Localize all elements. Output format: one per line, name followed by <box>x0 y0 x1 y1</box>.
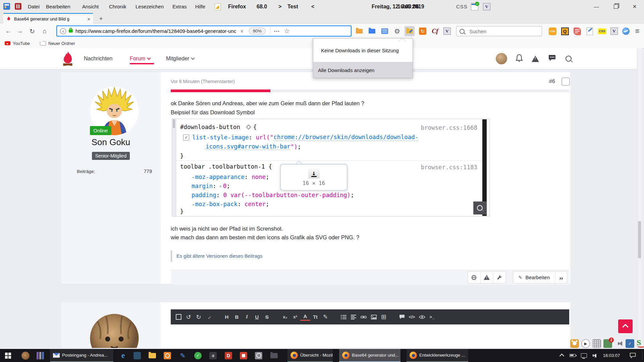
comment-icon[interactable] <box>397 309 407 324</box>
bookmark-youtube[interactable]: ▶ YouTube <box>5 39 30 48</box>
site-info-icon[interactable]: i <box>60 28 66 34</box>
bold-icon[interactable]: B <box>232 309 242 324</box>
restore-button[interactable] <box>608 1 624 12</box>
page-scrollbar-track[interactable] <box>637 48 642 349</box>
taskbar-firefox-button-3[interactable]: Entwicklerwerkzeuge ... <box>407 349 468 362</box>
downloads-button-active[interactable] <box>405 26 415 36</box>
taskbar-firefox-button-1[interactable]: Übersicht - Mozilla Fir... <box>287 349 333 362</box>
highlighter-icon[interactable]: ✎ <box>320 309 330 324</box>
pinned-dog-icon[interactable] <box>19 349 32 362</box>
tab-base64-generator[interactable]: Base64 generator und Bild g × <box>3 13 93 24</box>
tray-expand-chevron[interactable] <box>557 349 567 362</box>
hamburger-menu-icon[interactable]: ≡ <box>632 26 642 36</box>
post-select-checkbox[interactable] <box>561 77 570 86</box>
forum-search-icon[interactable] <box>566 56 572 62</box>
wrench-button[interactable] <box>493 272 506 283</box>
css-yellow-icon[interactable]: CSS <box>597 26 607 36</box>
v-right-icon[interactable]: V <box>609 26 619 36</box>
edit-button[interactable]: ✎ Bearbeiten <box>513 272 555 283</box>
subscript-icon[interactable]: x₂ <box>280 309 290 324</box>
table-check-icon[interactable]: ✓ <box>471 3 478 10</box>
underline-icon[interactable]: U <box>252 309 262 324</box>
css-toggle-indicator[interactable]: CSS <box>456 0 468 13</box>
reload-button[interactable]: ↻ <box>27 26 38 37</box>
keyboard-icon[interactable] <box>592 339 601 348</box>
v-indicator-icon[interactable]: V <box>483 3 490 10</box>
open-file-button[interactable] <box>354 26 364 36</box>
snagit-s-icon[interactable]: S <box>637 338 644 348</box>
taskbar-mail-button[interactable]: Posteingang - Andrea... <box>50 349 113 362</box>
edit-history-note[interactable]: Es gibt ältere Versionen dieses Beitrags <box>171 250 262 262</box>
element-target-icon[interactable] <box>246 124 251 130</box>
session-manager-icon[interactable]: ★ <box>3 3 10 10</box>
zoom-level-indicator[interactable]: 90% <box>249 27 266 35</box>
close-button[interactable]: × <box>627 1 642 12</box>
menu-chronik[interactable]: Chronik <box>109 0 126 13</box>
sync-extension-button[interactable]: ↻ <box>418 26 428 36</box>
post-number[interactable]: #6 <box>549 78 555 84</box>
stylesheet-ref-1[interactable]: browser.css:1668 <box>421 124 477 131</box>
table-icon[interactable]: ⊞ <box>379 309 389 324</box>
code-icon[interactable]: </> <box>407 309 417 324</box>
show-all-downloads-item[interactable]: Alle Downloads anzeigen <box>313 62 413 78</box>
notification-app-icon[interactable]: 2 <box>603 339 612 348</box>
back-button[interactable]: ← <box>3 26 14 37</box>
devtools-screenshot[interactable]: #downloads-button { browser.css:1668 ✓ l… <box>172 119 490 217</box>
font-color-icon[interactable]: A <box>300 313 310 321</box>
scroll-top-button[interactable] <box>618 319 633 333</box>
minimize-button[interactable]: — <box>589 1 604 12</box>
author-name[interactable]: Son Goku <box>61 137 161 147</box>
nav-forum[interactable]: Forum <box>130 48 150 69</box>
photos-icon[interactable] <box>161 349 174 362</box>
quill-icon[interactable]: ✎ <box>176 349 189 362</box>
window-panel-button[interactable] <box>380 26 390 36</box>
font-size-icon[interactable]: Tt <box>310 309 320 324</box>
red-app-icon[interactable] <box>237 349 250 362</box>
globe-button[interactable] <box>468 272 480 283</box>
taskbar-firefox-button-2-active[interactable]: Base64 generator und... <box>339 349 400 362</box>
menu-hilfe[interactable]: Hilfe <box>195 0 205 13</box>
new-tab-button[interactable]: + <box>97 14 105 23</box>
notifications-bell-icon[interactable] <box>515 53 523 63</box>
battery-icon[interactable] <box>568 349 578 362</box>
stylesheet-ref-2[interactable]: browser.css:1183 <box>421 164 477 171</box>
image-icon[interactable] <box>369 309 379 324</box>
heading-icon[interactable]: H <box>222 309 232 324</box>
search-input[interactable] <box>469 28 537 35</box>
zoom-extension-icon[interactable]: Q <box>560 26 570 36</box>
align-icon[interactable] <box>348 309 359 324</box>
explorer-icon[interactable] <box>146 349 159 362</box>
chrome-url-link-2[interactable]: icons.svg#arrow-with-bar <box>206 143 290 150</box>
moderation-alert-icon[interactable] <box>532 56 539 62</box>
extension-grid-icon[interactable] <box>15 3 21 10</box>
forward-button[interactable]: → <box>14 26 25 37</box>
url-text[interactable]: https://www.camp-firefox.de/forum/thema/… <box>75 28 236 34</box>
play-circle-icon[interactable]: ▶ <box>581 339 590 348</box>
undo-icon[interactable]: ↺ <box>183 309 194 324</box>
redo-icon[interactable]: ↻ <box>194 309 204 324</box>
user-avatar-small[interactable] <box>496 53 507 64</box>
a-app-icon[interactable]: a <box>207 349 219 362</box>
bookmark-star-icon[interactable]: ☆ <box>284 27 290 35</box>
v-extension-button[interactable]: V <box>442 26 452 36</box>
d-app-icon[interactable]: D <box>222 349 235 362</box>
chat-icon[interactable] <box>548 54 556 62</box>
blue-globe-icon[interactable] <box>621 26 631 36</box>
paw-icon[interactable] <box>570 339 579 348</box>
shield-check-icon[interactable]: ✓ <box>626 339 634 348</box>
volume-icon[interactable]: ) <box>590 349 600 362</box>
show-desktop-divider[interactable] <box>642 351 642 360</box>
tab-close-icon[interactable]: × <box>87 16 90 22</box>
nav-mitglieder[interactable]: Mitglieder <box>166 48 194 69</box>
network-icon[interactable] <box>579 349 589 362</box>
italic-icon[interactable]: I <box>242 309 252 324</box>
page-actions-icon[interactable]: ••• <box>274 29 280 33</box>
notes-icon[interactable] <box>215 3 221 10</box>
home-button[interactable]: ⌂ <box>39 26 50 37</box>
chrome-url-link[interactable]: chrome://browser/skin/downloads/download… <box>273 134 418 141</box>
nav-nachrichten[interactable]: Nachrichten <box>84 48 112 69</box>
script-scroll-icon[interactable] <box>572 26 582 36</box>
zoom-image-button[interactable] <box>473 201 486 215</box>
cf-extension-button[interactable]: Cf <box>430 26 440 36</box>
report-button[interactable] <box>480 272 493 283</box>
